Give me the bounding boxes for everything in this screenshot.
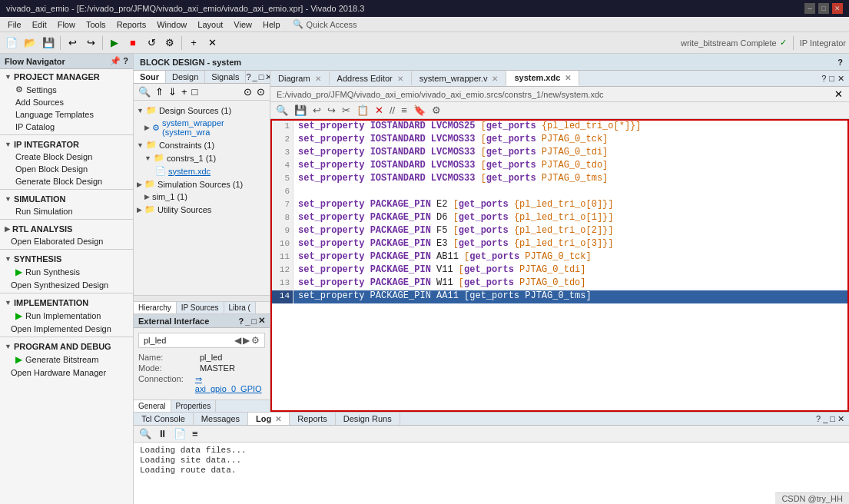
nav-section-project-manager[interactable]: ▼ PROJECT MANAGER bbox=[0, 69, 133, 83]
ed-search-btn[interactable]: 🔍 bbox=[274, 104, 290, 117]
tab-system-xdc-close[interactable]: ✕ bbox=[565, 74, 571, 82]
tab-diagram-close[interactable]: ✕ bbox=[315, 75, 321, 83]
ed-delete-btn[interactable]: ✕ bbox=[373, 104, 386, 117]
nav-item-open-block-design[interactable]: Open Block Design bbox=[0, 163, 133, 175]
menu-layout[interactable]: Layout bbox=[193, 19, 227, 30]
code-line[interactable]: 9set_property PACKAGE_PIN F5 [get_ports … bbox=[272, 225, 847, 238]
tree-sim-sources[interactable]: ▶ 📁 Simulation Sources (1) bbox=[134, 177, 270, 191]
nav-item-open-synthesized-design[interactable]: Open Synthesized Design bbox=[0, 279, 133, 291]
ed-bookmark-btn[interactable]: 🔖 bbox=[411, 104, 428, 117]
tab-tcl-console[interactable]: Tcl Console bbox=[134, 413, 194, 425]
ext-close-icon[interactable]: ✕ bbox=[258, 316, 265, 326]
editor-close-icon[interactable]: ✕ bbox=[837, 74, 844, 84]
source-tb-btn-2[interactable]: ⇑ bbox=[154, 85, 165, 98]
tree-design-sources[interactable]: ▼ 📁 Design Sources (1) bbox=[134, 104, 270, 117]
code-line[interactable]: 8set_property PACKAGE_PIN D6 [get_ports … bbox=[272, 212, 847, 225]
nav-section-rtl-analysis[interactable]: ▶ RTL ANALYSIS bbox=[0, 221, 133, 235]
menu-file[interactable]: File bbox=[3, 19, 26, 30]
code-line[interactable]: 4set_property IOSTANDARD LVCMOS33 [get_p… bbox=[272, 160, 847, 173]
tree-system-xdc[interactable]: 📄 system.xdc bbox=[134, 164, 270, 177]
code-line[interactable]: 5set_property IOSTANDARD LVCMOS33 [get_p… bbox=[272, 173, 847, 186]
maximize-button[interactable]: □ bbox=[818, 3, 829, 14]
console-close-icon[interactable]: ✕ bbox=[837, 414, 844, 424]
stop-button[interactable]: ■ bbox=[124, 35, 141, 51]
ed-save-btn[interactable]: 💾 bbox=[292, 104, 309, 117]
close-toolbar-button[interactable]: ✕ bbox=[204, 35, 221, 51]
hier-tab-libra[interactable]: Libra ( bbox=[224, 302, 256, 313]
flow-nav-pin-icon[interactable]: 📌 bbox=[110, 56, 121, 66]
code-line[interactable]: 3set_property IOSTANDARD LVCMOS33 [get_p… bbox=[272, 147, 847, 160]
general-tab[interactable]: General bbox=[134, 400, 171, 412]
nav-section-synthesis[interactable]: ▼ SYNTHESIS bbox=[0, 251, 133, 265]
menu-help[interactable]: Help bbox=[258, 19, 285, 30]
nav-item-add-sources[interactable]: Add Sources bbox=[0, 96, 133, 108]
code-line[interactable]: 7set_property PACKAGE_PIN E2 [get_ports … bbox=[272, 199, 847, 212]
tree-constraints[interactable]: ▼ 📁 Constraints (1) bbox=[134, 138, 270, 151]
ext-left-arrow[interactable]: ◀ bbox=[234, 335, 241, 346]
console-search-btn[interactable]: 🔍 bbox=[137, 427, 154, 440]
source-tb-btn-3[interactable]: ⇓ bbox=[167, 85, 178, 98]
run-button[interactable]: ▶ bbox=[106, 35, 123, 51]
menu-edit[interactable]: Edit bbox=[28, 19, 51, 30]
nav-section-program-debug[interactable]: ▼ PROGRAM AND DEBUG bbox=[0, 339, 133, 353]
source-minimize-icon[interactable]: _ bbox=[253, 72, 257, 82]
console-clear-btn[interactable]: 📄 bbox=[171, 427, 188, 440]
flow-nav-help-icon[interactable]: ? bbox=[123, 56, 128, 66]
close-button[interactable]: ✕ bbox=[832, 3, 843, 14]
ext-list-item[interactable]: pl_led ◀ ▶ ⚙ bbox=[138, 333, 265, 348]
code-line[interactable]: 11set_property PACKAGE_PIN AB11 [get_por… bbox=[272, 251, 847, 264]
source-hscrollbar[interactable] bbox=[134, 295, 270, 301]
menu-reports[interactable]: Reports bbox=[112, 19, 151, 30]
ed-comment-btn[interactable]: // bbox=[387, 104, 397, 117]
ed-redo-btn[interactable]: ↪ bbox=[325, 104, 338, 117]
nav-item-run-synthesis[interactable]: ▶ Run Synthesis bbox=[0, 265, 133, 279]
source-tb-btn-4[interactable]: □ bbox=[191, 85, 200, 98]
save-button[interactable]: 💾 bbox=[40, 35, 57, 51]
nav-item-run-simulation[interactable]: Run Simulation bbox=[0, 205, 133, 217]
minimize-button[interactable]: – bbox=[804, 3, 815, 14]
ext-connection-value[interactable]: ⇒ axi_gpio_0_GPIO bbox=[195, 374, 265, 393]
source-circle-btn-2[interactable]: ⊙ bbox=[255, 85, 267, 98]
menu-window[interactable]: Window bbox=[152, 19, 191, 30]
nav-item-open-implemented-design[interactable]: Open Implemented Design bbox=[0, 323, 133, 335]
tab-log[interactable]: Log ✕ bbox=[248, 413, 290, 425]
new-button[interactable]: 📄 bbox=[3, 35, 20, 51]
block-design-help-icon[interactable]: ? bbox=[837, 58, 843, 67]
open-button[interactable]: 📂 bbox=[22, 35, 38, 51]
tab-design-runs[interactable]: Design Runs bbox=[336, 413, 400, 425]
undo-button[interactable]: ↩ bbox=[64, 35, 81, 51]
nav-item-generate-bitstream[interactable]: ▶ Generate Bitstream bbox=[0, 353, 133, 366]
nav-item-ip-catalog[interactable]: IP Catalog bbox=[0, 121, 133, 133]
source-maximize-icon[interactable]: □ bbox=[259, 72, 264, 82]
source-tab-design[interactable]: Design bbox=[166, 71, 205, 83]
nav-section-implementation[interactable]: ▼ IMPLEMENTATION bbox=[0, 295, 133, 309]
code-line[interactable]: 10set_property PACKAGE_PIN E3 [get_ports… bbox=[272, 238, 847, 251]
console-maximize-icon[interactable]: □ bbox=[830, 414, 835, 423]
tab-system-xdc[interactable]: system.xdc ✕ bbox=[506, 71, 579, 86]
source-tab-signals[interactable]: Signals bbox=[205, 71, 246, 83]
nav-item-language-templates[interactable]: Language Templates bbox=[0, 108, 133, 121]
ext-maximize-icon[interactable]: □ bbox=[251, 317, 257, 326]
console-minimize-icon[interactable]: _ bbox=[823, 414, 827, 423]
console-pause-btn[interactable]: ⏸ bbox=[155, 427, 170, 440]
tree-system-wrapper[interactable]: ▶ ⚙ system_wrapper (system_wra bbox=[134, 117, 270, 138]
nav-item-open-hardware-manager[interactable]: Open Hardware Manager bbox=[0, 366, 133, 379]
code-line[interactable]: 6 bbox=[272, 186, 847, 199]
add-button[interactable]: + bbox=[185, 35, 202, 51]
source-help-icon[interactable]: ? bbox=[246, 72, 250, 82]
source-circle-btn[interactable]: ⊙ bbox=[242, 85, 254, 98]
tab-address-editor[interactable]: Address Editor ✕ bbox=[330, 71, 412, 85]
ed-undo-btn[interactable]: ↩ bbox=[310, 104, 323, 117]
ed-cut-btn[interactable]: ✂ bbox=[340, 104, 353, 117]
nav-section-simulation[interactable]: ▼ SIMULATION bbox=[0, 191, 133, 205]
ed-uncomment-btn[interactable]: ≡ bbox=[399, 104, 410, 117]
tab-address-editor-close[interactable]: ✕ bbox=[397, 75, 403, 83]
hier-tab-hierarchy[interactable]: Hierarchy bbox=[134, 302, 177, 313]
nav-item-generate-block-design[interactable]: Generate Block Design bbox=[0, 175, 133, 187]
nav-item-run-implementation[interactable]: ▶ Run Implementation bbox=[0, 309, 133, 323]
settings-button[interactable]: ⚙ bbox=[161, 35, 178, 51]
ext-settings-btn[interactable]: ⚙ bbox=[251, 335, 260, 346]
tab-system-wrapper-close[interactable]: ✕ bbox=[492, 75, 498, 83]
tree-constrs-1[interactable]: ▼ 📁 constrs_1 (1) bbox=[134, 151, 270, 164]
nav-item-open-elaborated-design[interactable]: Open Elaborated Design bbox=[0, 235, 133, 247]
